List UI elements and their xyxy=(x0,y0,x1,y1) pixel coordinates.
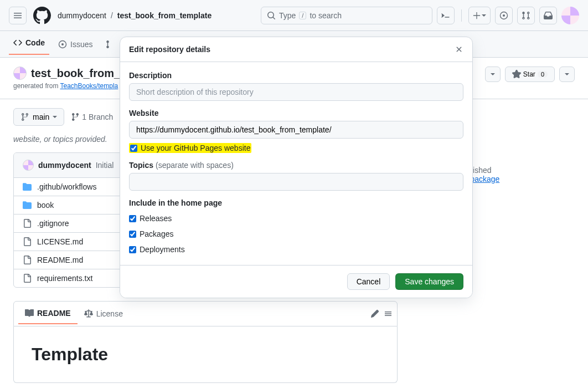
file-name: book xyxy=(37,201,54,210)
description-input[interactable] xyxy=(129,83,463,101)
pull-requests-button[interactable] xyxy=(517,7,535,24)
outline-button[interactable] xyxy=(384,309,393,318)
issue-icon xyxy=(499,11,508,20)
search-placeholder-suffix: to search xyxy=(310,11,342,20)
topics-label: Topics (separate with spaces) xyxy=(129,161,463,170)
website-input[interactable] xyxy=(129,121,463,139)
git-pull-request-icon xyxy=(522,11,530,20)
search-input[interactable]: Type / to search xyxy=(261,7,432,24)
issue-icon xyxy=(58,40,67,49)
template-link[interactable]: TeachBooks/templa xyxy=(60,82,118,90)
star-dropdown[interactable] xyxy=(559,67,575,82)
book-icon xyxy=(25,309,34,318)
file-name: .gitignore xyxy=(37,219,69,228)
modal-title: Edit repository details xyxy=(129,45,210,54)
readme-content: Template xyxy=(13,326,398,383)
commit-author: dummydocent xyxy=(38,161,91,170)
readme-heading: Template xyxy=(32,344,379,365)
nav-pr[interactable] xyxy=(101,35,119,53)
close-button[interactable] xyxy=(455,45,463,54)
hamburger-icon xyxy=(13,11,22,20)
hamburger-menu[interactable] xyxy=(9,7,27,24)
use-pages-checkbox[interactable] xyxy=(130,145,137,152)
file-name: LICENSE.md xyxy=(37,237,83,246)
commit-message: Initial xyxy=(96,161,114,170)
git-branch-icon xyxy=(71,113,80,121)
website-label: Website xyxy=(129,109,463,118)
svg-point-1 xyxy=(503,14,505,17)
pencil-icon xyxy=(370,309,379,318)
include-label: Include in the home page xyxy=(129,198,463,207)
topics-input[interactable] xyxy=(129,173,463,191)
save-button[interactable]: Save changes xyxy=(395,273,463,290)
star-count: 0 xyxy=(538,71,548,78)
include-packages-checkbox[interactable] xyxy=(129,231,136,238)
terminal-icon xyxy=(441,11,450,20)
nav-code[interactable]: Code xyxy=(9,34,49,55)
issues-button[interactable] xyxy=(495,7,513,24)
plus-icon xyxy=(473,12,481,19)
user-avatar[interactable] xyxy=(561,7,579,24)
watch-dropdown[interactable] xyxy=(485,67,501,82)
file-name: .github/workflows xyxy=(37,182,96,191)
list-icon xyxy=(384,309,393,318)
branches-link[interactable]: 1 Branch xyxy=(71,113,113,121)
readme-tabs: README License xyxy=(13,301,398,326)
notifications-button[interactable] xyxy=(539,7,557,24)
edit-readme-button[interactable] xyxy=(370,309,379,318)
breadcrumb-separator: / xyxy=(111,11,113,20)
repo-title: test_book_from_t xyxy=(31,67,124,80)
svg-point-3 xyxy=(61,43,64,45)
file-icon xyxy=(23,237,32,246)
include-releases-checkbox[interactable] xyxy=(129,215,136,222)
header-actions: Type / to search xyxy=(261,7,579,24)
inbox-icon xyxy=(544,11,553,20)
search-icon xyxy=(267,11,276,20)
file-name: README.md xyxy=(37,256,83,264)
tab-readme[interactable]: README xyxy=(18,304,78,324)
breadcrumb: dummydocent / test_book_from_template xyxy=(58,11,212,20)
caret-down-icon xyxy=(491,72,495,76)
file-icon xyxy=(23,219,32,228)
caret-down-icon xyxy=(53,115,57,119)
folder-icon xyxy=(23,182,32,191)
include-deployments-checkbox[interactable] xyxy=(129,246,136,253)
nav-code-label: Code xyxy=(25,38,45,47)
cancel-button[interactable]: Cancel xyxy=(347,273,390,290)
star-icon xyxy=(512,70,521,79)
breadcrumb-owner[interactable]: dummydocent xyxy=(58,11,106,20)
caret-down-icon xyxy=(482,13,486,18)
search-placeholder-prefix: Type xyxy=(279,11,296,20)
star-button[interactable]: Star 0 xyxy=(505,67,555,82)
branch-selector[interactable]: main xyxy=(13,108,64,126)
use-pages-label: Use your GitHub Pages website xyxy=(141,144,250,152)
git-branch-icon xyxy=(20,113,29,121)
github-logo[interactable] xyxy=(33,7,51,24)
nav-issues-label: Issues xyxy=(70,40,92,49)
create-new-button[interactable] xyxy=(468,7,491,24)
command-palette-button[interactable] xyxy=(437,7,455,24)
caret-down-icon xyxy=(565,72,569,76)
nav-issues[interactable]: Issues xyxy=(54,35,97,53)
tab-license[interactable]: License xyxy=(78,305,130,323)
code-icon xyxy=(13,38,22,47)
file-name: requirements.txt xyxy=(37,274,92,283)
separator xyxy=(461,9,462,22)
breadcrumb-repo[interactable]: test_book_from_template xyxy=(117,11,212,20)
repo-avatar xyxy=(13,67,27,80)
law-icon xyxy=(84,309,93,318)
folder-icon xyxy=(23,201,32,210)
edit-repo-details-modal: Edit repository details Description Webs… xyxy=(120,37,473,298)
commit-author-avatar xyxy=(23,160,34,171)
close-icon xyxy=(455,45,463,54)
git-pull-request-icon xyxy=(106,40,115,49)
search-kbd: / xyxy=(299,12,306,19)
file-icon xyxy=(23,256,32,264)
description-label: Description xyxy=(129,71,463,80)
global-header: dummydocent / test_book_from_template Ty… xyxy=(0,0,588,31)
file-icon xyxy=(23,274,32,283)
